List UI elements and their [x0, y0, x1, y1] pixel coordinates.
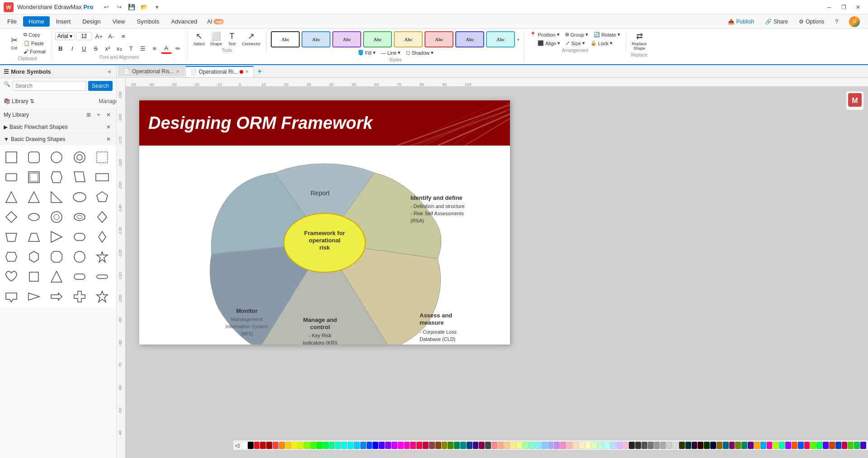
- style-abc6[interactable]: Abc: [425, 31, 453, 47]
- basic-flowchart-header[interactable]: ▶ Basic Flowchart Shapes ✕: [0, 121, 116, 133]
- style-abc7[interactable]: Abc: [455, 31, 484, 47]
- shape-acute-tri[interactable]: [47, 267, 66, 286]
- style-abc5[interactable]: Abc: [394, 31, 423, 47]
- menu-ai[interactable]: AI hot: [203, 17, 227, 27]
- color-swatch-29[interactable]: [423, 442, 429, 449]
- shape-star5[interactable]: [93, 247, 112, 266]
- search-button[interactable]: Search: [88, 81, 113, 91]
- list-button[interactable]: ≡: [149, 43, 160, 54]
- align-btn[interactable]: ⬛ Align ▾: [536, 39, 562, 47]
- color-swatch-76[interactable]: [717, 442, 722, 449]
- shape-rect-outline[interactable]: [93, 148, 112, 167]
- color-swatch-73[interactable]: [698, 442, 703, 449]
- color-swatch-87[interactable]: [785, 442, 791, 449]
- color-swatch-81[interactable]: [748, 442, 754, 449]
- shape-wide-rect[interactable]: [93, 168, 112, 187]
- shape-hexagon[interactable]: [2, 247, 21, 266]
- subscript-button[interactable]: x₂: [114, 43, 125, 54]
- menu-advanced[interactable]: Advanced: [165, 16, 203, 27]
- color-swatch-86[interactable]: [779, 442, 785, 449]
- color-swatch-50[interactable]: [554, 442, 560, 449]
- more-button[interactable]: ▾: [152, 2, 162, 12]
- color-swatch-54[interactable]: [579, 442, 585, 449]
- select-button[interactable]: ↖ Select: [191, 31, 207, 47]
- color-swatch-71[interactable]: [685, 442, 691, 449]
- canvas-area[interactable]: -50 -40 -30 -20 -10 0 10 20 30 40 50 60 …: [117, 78, 868, 458]
- color-swatch-3[interactable]: [260, 442, 266, 449]
- color-swatch-70[interactable]: [679, 442, 685, 449]
- format-painter-button[interactable]: 🖌 Format: [22, 48, 47, 55]
- share-button[interactable]: 🔗 Share: [760, 17, 793, 26]
- minimize-button[interactable]: ─: [823, 2, 835, 12]
- shape-trap2[interactable]: [24, 227, 43, 246]
- shape-triangle[interactable]: [2, 188, 21, 207]
- shape-arrow-tri[interactable]: [24, 287, 43, 306]
- color-swatch-26[interactable]: [404, 442, 410, 449]
- color-swatch-44[interactable]: [516, 442, 522, 449]
- color-swatch-17[interactable]: [348, 442, 354, 449]
- color-bar-pointer[interactable]: ◁: [235, 442, 239, 449]
- shape-diamond[interactable]: [2, 208, 21, 227]
- shape-button[interactable]: ⬜ Shape: [208, 31, 224, 47]
- my-library-add-icon[interactable]: +: [94, 111, 103, 119]
- color-swatch-55[interactable]: [585, 442, 591, 449]
- color-swatch-47[interactable]: [535, 442, 541, 449]
- color-swatch-28[interactable]: [416, 442, 422, 449]
- underline-button[interactable]: U: [79, 43, 90, 54]
- strikethrough-button[interactable]: S: [90, 43, 101, 54]
- color-swatch-13[interactable]: [323, 442, 329, 449]
- color-swatch-9[interactable]: [297, 442, 303, 449]
- color-swatch-94[interactable]: [829, 442, 835, 449]
- menu-home[interactable]: Home: [23, 16, 50, 27]
- rotate-button[interactable]: 🔄 Rotate ▾: [592, 31, 622, 38]
- color-swatch-68[interactable]: [666, 442, 672, 449]
- restore-button[interactable]: ❐: [837, 2, 850, 12]
- menu-symbols[interactable]: Symbols: [132, 16, 165, 27]
- color-swatch-80[interactable]: [741, 442, 747, 449]
- color-swatch-95[interactable]: [835, 442, 841, 449]
- color-swatch-5[interactable]: [273, 442, 278, 449]
- text-style-button[interactable]: T: [126, 43, 137, 54]
- color-swatch-78[interactable]: [729, 442, 735, 449]
- bullet-list-button[interactable]: ☰: [137, 43, 148, 54]
- color-swatch-36[interactable]: [467, 442, 472, 449]
- style-abc1[interactable]: Abc: [271, 31, 300, 47]
- color-swatch-1[interactable]: [248, 442, 254, 449]
- undo-button[interactable]: ↩: [101, 2, 111, 12]
- color-swatch-64[interactable]: [642, 442, 647, 449]
- font-family-selector[interactable]: Arial ▾: [55, 32, 75, 40]
- shape-circle[interactable]: [47, 148, 66, 167]
- color-swatch-20[interactable]: [367, 442, 373, 449]
- shape-circle2[interactable]: [70, 247, 89, 266]
- shape-ring[interactable]: [70, 148, 89, 167]
- color-swatch-99[interactable]: [860, 442, 866, 449]
- color-swatch-63[interactable]: [635, 442, 641, 449]
- color-swatch-92[interactable]: [816, 442, 822, 449]
- color-swatch-27[interactable]: [410, 442, 416, 449]
- my-library-close-icon[interactable]: ✕: [104, 111, 113, 119]
- color-swatch-2[interactable]: [254, 442, 260, 449]
- shape-banner[interactable]: [2, 287, 21, 306]
- menu-design[interactable]: Design: [77, 16, 106, 27]
- color-swatch-98[interactable]: [854, 442, 860, 449]
- color-swatch-56[interactable]: [591, 442, 597, 449]
- lock-button[interactable]: 🔒 Lock ▾: [589, 39, 614, 47]
- color-swatch-8[interactable]: [292, 442, 297, 449]
- color-swatch-74[interactable]: [704, 442, 710, 449]
- color-swatch-58[interactable]: [604, 442, 610, 449]
- color-swatch-79[interactable]: [735, 442, 741, 449]
- color-swatch-61[interactable]: [623, 442, 629, 449]
- color-swatch-93[interactable]: [823, 442, 829, 449]
- color-swatch-4[interactable]: [266, 442, 272, 449]
- shape-heart[interactable]: [2, 267, 21, 286]
- align-button[interactable]: ≡: [118, 31, 129, 42]
- color-swatch-69[interactable]: [673, 442, 679, 449]
- tab-2-close[interactable]: ✕: [245, 69, 249, 74]
- style-abc8[interactable]: Abc: [486, 31, 515, 47]
- shape-ring3[interactable]: [70, 208, 89, 227]
- shape-rounded-poly[interactable]: [70, 227, 89, 246]
- collapse-panel-button[interactable]: «: [106, 68, 113, 75]
- color-swatch-51[interactable]: [560, 442, 566, 449]
- shape-cross[interactable]: [70, 287, 89, 306]
- color-swatch-96[interactable]: [842, 442, 848, 449]
